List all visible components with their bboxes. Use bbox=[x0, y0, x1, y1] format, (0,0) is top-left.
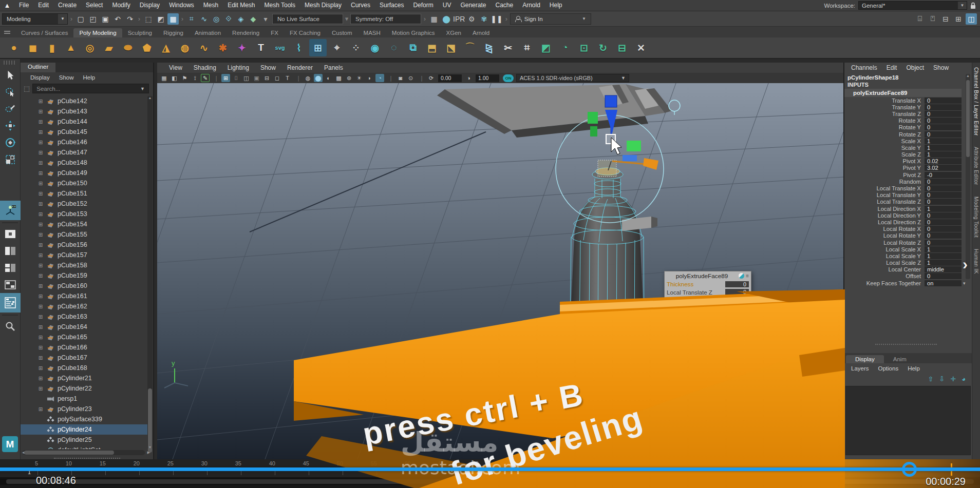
combine-icon[interactable]: ◉ bbox=[366, 39, 384, 56]
extrude-icon[interactable]: ⬒ bbox=[423, 39, 441, 56]
sidebar-vertical-tab[interactable]: Attribute Editor bbox=[972, 142, 980, 190]
node-state-icon[interactable] bbox=[739, 273, 744, 279]
new-empty-layer-icon[interactable]: ✛ bbox=[950, 375, 956, 383]
gamma-icon[interactable]: ◑ bbox=[464, 74, 473, 82]
multi-cut-icon[interactable]: ✂ bbox=[499, 39, 517, 56]
layer-menu-item[interactable]: Options bbox=[874, 365, 903, 372]
connect-icon[interactable]: ⌗ bbox=[518, 39, 536, 56]
group-separator[interactable]: › bbox=[137, 12, 142, 26]
expand-toggle-icon[interactable] bbox=[37, 181, 44, 186]
channel-row[interactable]: Translate Y 0 bbox=[844, 104, 972, 110]
two-pane-side-layout-button[interactable] bbox=[0, 242, 21, 259]
smooth-icon[interactable]: ◔ bbox=[556, 39, 574, 56]
axis-x-handle[interactable] bbox=[612, 161, 646, 164]
channelbox-scrollbar[interactable]: ▲ bbox=[966, 74, 970, 279]
isolate-select-icon[interactable]: ⊙ bbox=[406, 74, 415, 82]
menu-item[interactable]: Modify bbox=[107, 0, 135, 11]
group-separator[interactable]: ▾ bbox=[344, 12, 349, 26]
tool-settings-toggle-icon[interactable]: ⍞ bbox=[927, 13, 938, 25]
list-item[interactable]: pCube157 bbox=[21, 250, 147, 260]
panel-resize-grip[interactable] bbox=[54, 458, 120, 459]
video-playhead-handle[interactable] bbox=[902, 462, 917, 477]
expand-toggle-icon[interactable] bbox=[37, 211, 44, 217]
channel-row[interactable]: Pivot Z -0 bbox=[844, 171, 972, 178]
polyextrude-hud[interactable]: polyExtrudeFace89 ≡ Thickness 0 Local Tr… bbox=[664, 271, 751, 321]
menu-item[interactable]: Edit bbox=[33, 0, 53, 11]
snap-view-plane-icon[interactable]: ◈ bbox=[235, 13, 247, 25]
channel-value-field[interactable]: 0 bbox=[925, 185, 962, 191]
workspace-select[interactable]: General* ▼ bbox=[858, 1, 967, 10]
shelf-tab[interactable]: XGen bbox=[441, 28, 467, 37]
channel-row[interactable]: Local Translate Z 0 bbox=[844, 199, 972, 205]
superellipse-icon[interactable]: ✦ bbox=[233, 39, 251, 56]
symmetry-field[interactable]: Symmetry: Off bbox=[350, 14, 421, 24]
list-item[interactable]: pCylinder25 bbox=[21, 435, 147, 445]
outliner-tab[interactable]: Outliner bbox=[21, 63, 55, 72]
list-item[interactable]: pCube151 bbox=[21, 188, 147, 199]
expand-toggle-icon[interactable] bbox=[37, 294, 44, 299]
channel-value-field[interactable]: 0 bbox=[925, 124, 962, 130]
channel-value-field[interactable]: 1 bbox=[925, 151, 962, 158]
list-item[interactable]: pCube158 bbox=[21, 260, 147, 270]
render-settings-icon[interactable]: ⚙ bbox=[466, 13, 477, 25]
channel-row[interactable]: Random 0 bbox=[844, 178, 972, 185]
safe-action-icon[interactable]: ◻ bbox=[273, 74, 281, 82]
hud-attribute-row[interactable]: Keep Faces Together On bbox=[665, 312, 751, 320]
menu-item[interactable]: Help bbox=[545, 0, 567, 11]
cleanup-icon[interactable]: ✕ bbox=[632, 39, 650, 56]
scroll-right-icon[interactable]: ▶ bbox=[147, 451, 150, 455]
grid-snap-icon[interactable]: ⊞ bbox=[309, 39, 327, 56]
expand-toggle-icon[interactable] bbox=[37, 119, 44, 125]
safe-title-icon[interactable]: T bbox=[283, 74, 292, 82]
list-item[interactable]: pCube167 bbox=[21, 353, 147, 363]
channelbox-menu-item[interactable]: Channels bbox=[846, 64, 882, 71]
shelf-tab[interactable]: Motion Graphics bbox=[386, 28, 441, 37]
field-chart-icon[interactable]: ⊟ bbox=[262, 74, 271, 82]
use-default-material-icon[interactable]: ⊛ bbox=[345, 74, 353, 82]
sep[interactable]: ❘ bbox=[417, 74, 425, 82]
origin-locator-icon[interactable]: ⁘ bbox=[347, 39, 365, 56]
channel-value-field[interactable]: 1 bbox=[925, 246, 962, 252]
menu-item[interactable]: Mesh bbox=[199, 0, 223, 11]
group-separator[interactable]: › bbox=[504, 12, 509, 26]
hud-attribute-row[interactable]: Thickness 0 bbox=[665, 280, 751, 288]
expand-toggle-icon[interactable] bbox=[37, 140, 44, 145]
save-scene-icon[interactable]: ▣ bbox=[100, 13, 111, 25]
menu-set-select[interactable]: Modeling ▼ bbox=[2, 13, 68, 25]
sidebar-vertical-tab[interactable]: Channel Box / Layer Editor bbox=[972, 63, 980, 140]
layer-editor-tab[interactable]: Anim bbox=[884, 355, 916, 363]
channel-row[interactable]: Local Direction Y 0 bbox=[844, 212, 972, 219]
list-item[interactable]: pCube168 bbox=[21, 363, 147, 373]
list-item[interactable]: pCube142 bbox=[21, 96, 147, 106]
channel-value-field[interactable]: 0 bbox=[925, 118, 962, 124]
expand-toggle-icon[interactable] bbox=[37, 222, 44, 227]
grid-toggle-icon[interactable]: ⊞ bbox=[221, 74, 230, 82]
shelf-tab[interactable]: Sculpting bbox=[122, 28, 158, 37]
scrollbar-thumb[interactable] bbox=[24, 451, 114, 455]
viewport-canvas[interactable]: y polyExtrudeFace89 ≡ Thickness 0 Loc bbox=[157, 83, 843, 459]
channel-value-field[interactable]: 0 bbox=[925, 219, 962, 225]
select-tool-button[interactable] bbox=[0, 66, 21, 83]
expand-panels-icon[interactable]: ⊞ bbox=[953, 13, 964, 25]
list-item[interactable]: pCube155 bbox=[21, 229, 147, 240]
two-pane-stack-layout-button[interactable] bbox=[0, 259, 21, 276]
channel-row[interactable]: Scale Y 1 bbox=[844, 144, 972, 151]
group-separator[interactable]: › bbox=[422, 12, 427, 26]
list-item[interactable]: pCube156 bbox=[21, 240, 147, 250]
hud-attribute-row[interactable]: Divisions 1 bbox=[665, 304, 751, 313]
launch-app-icon[interactable]: ✾ bbox=[478, 13, 489, 25]
chevron-down-icon[interactable]: ▼ bbox=[958, 2, 967, 9]
menu-item[interactable]: Generate bbox=[456, 0, 491, 11]
hud-resize-grip[interactable] bbox=[746, 316, 750, 320]
snap-options-arrow-icon[interactable]: ▾ bbox=[260, 13, 271, 25]
xray-icon[interactable]: ◙ bbox=[396, 74, 405, 82]
poly-cone-icon[interactable]: ▲ bbox=[62, 39, 80, 56]
expand-toggle-icon[interactable] bbox=[37, 314, 44, 320]
quad-draw-icon[interactable]: ◩ bbox=[537, 39, 555, 56]
channel-value-field[interactable]: 1 bbox=[925, 206, 962, 212]
scroll-up-icon[interactable]: ▲ bbox=[966, 74, 970, 77]
list-item[interactable]: pCube145 bbox=[21, 127, 147, 137]
hud-attribute-value[interactable]: 1 bbox=[725, 305, 749, 311]
list-item[interactable]: pCube166 bbox=[21, 342, 147, 353]
shelf-tab[interactable]: Animation bbox=[189, 28, 227, 37]
